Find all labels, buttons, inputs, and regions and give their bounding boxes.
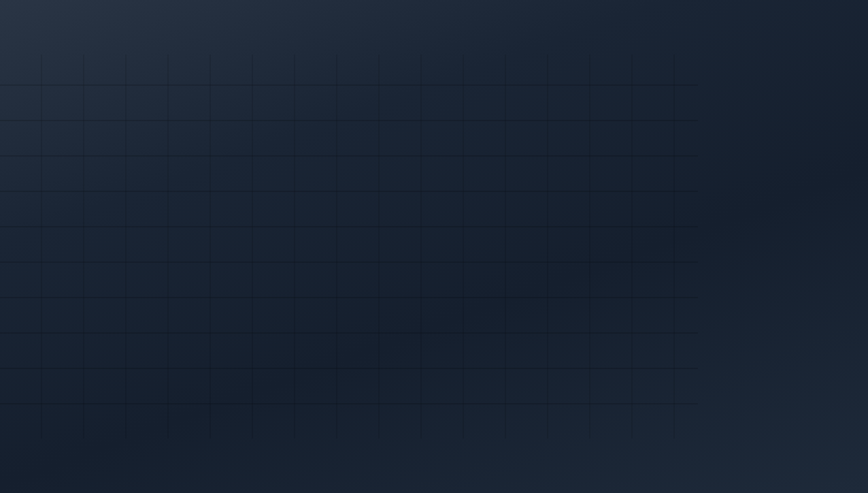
main-container: SETTINGS P.2 i 08/12/2020 (Wed) 7:24:17 … xyxy=(0,0,868,493)
background xyxy=(0,0,868,493)
